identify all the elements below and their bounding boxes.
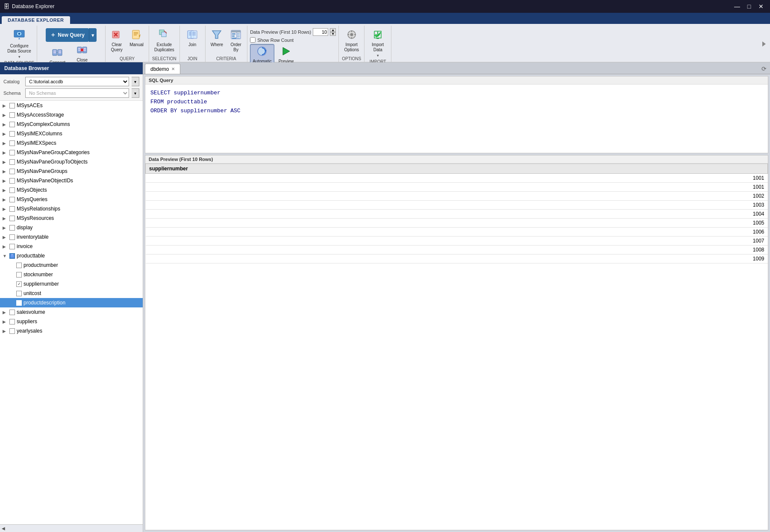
catalog-select[interactable]: C:\tutorial.accdb — [25, 77, 129, 86]
preview-size-input[interactable] — [313, 28, 328, 36]
checkbox-msysnavpanegroupcategories[interactable] — [9, 150, 15, 155]
spinner-down[interactable]: ▼ — [330, 32, 336, 36]
expander-inventorytable: ▶ — [3, 235, 9, 240]
tree-item-msysnavpaneobjectids[interactable]: ▶ MSysNavPaneObjectIDs — [0, 176, 143, 185]
checkbox-suppliernumber[interactable] — [16, 281, 22, 287]
tree-item-msysimexcolumns[interactable]: ▶ MSysIMEXColumns — [0, 129, 143, 138]
svg-rect-42 — [237, 33, 240, 35]
preview-size-label: Data Preview (First 10 Rows) — [250, 29, 311, 35]
ribbon-group-join: Join JOIN — [180, 26, 206, 62]
tree-item-display[interactable]: ▶ display — [0, 223, 143, 232]
expander-yearlysales: ▶ — [3, 329, 9, 333]
close-button[interactable]: ✕ — [755, 2, 767, 11]
tab-refresh-button[interactable]: ⟳ — [760, 64, 768, 74]
checkbox-productnumber[interactable] — [16, 263, 22, 268]
tree-item-productnumber[interactable]: productnumber — [0, 260, 143, 270]
configure-dropdown-icon[interactable]: ▾ — [18, 55, 21, 59]
checkbox-producttable[interactable] — [9, 253, 15, 259]
table-cell: 1007 — [146, 237, 768, 246]
new-query-dropdown[interactable]: ▾ — [89, 28, 97, 42]
tree-item-suppliernumber[interactable]: suppliernumber — [0, 279, 143, 289]
tree-item-inventorytable[interactable]: ▶ inventorytable — [0, 232, 143, 242]
order-by-icon — [230, 29, 241, 41]
ribbon-scroll-indicator[interactable] — [760, 26, 768, 62]
import-data-button[interactable]: ImportData ▾ — [367, 27, 388, 59]
label-msysnavpanegroupcategories: MSysNavPaneGroupCategories — [17, 149, 90, 155]
where-button[interactable]: Where — [208, 27, 226, 49]
tree-item-msysresources[interactable]: ▶ MSysResources — [0, 213, 143, 223]
order-by-button[interactable]: OrderBy — [227, 27, 244, 54]
clear-query-button[interactable]: ClearQuery — [108, 27, 125, 54]
checkbox-msysresources[interactable] — [9, 216, 15, 221]
checkbox-inventorytable[interactable] — [9, 234, 15, 240]
checkbox-msysrelationships[interactable] — [9, 206, 15, 212]
tree-item-msysobjects[interactable]: ▶ MSysObjects — [0, 185, 143, 195]
tree-item-msyscomplexcolumns[interactable]: ▶ MSysComplexColumns — [0, 120, 143, 129]
join-label: JOIN — [182, 56, 203, 62]
title-bar: 🗄 Database Explorer — □ ✕ — [0, 0, 770, 13]
tab-dbdemo-close[interactable]: ✕ — [171, 67, 175, 71]
tree-item-msysnavpanegroupcategories[interactable]: ▶ MSysNavPaneGroupCategories — [0, 148, 143, 157]
checkbox-msysaces[interactable] — [9, 103, 15, 108]
tree-item-msysrelationships[interactable]: ▶ MSysRelationships — [0, 204, 143, 213]
exclude-duplicates-button[interactable]: ExcludeDuplicates — [152, 27, 177, 54]
expander-producttable: ▼ — [3, 254, 9, 258]
tree-item-stocknumber[interactable]: stocknumber — [0, 270, 143, 279]
checkbox-msysqueries[interactable] — [9, 197, 15, 202]
manual-button[interactable]: Manual — [127, 27, 146, 49]
checkbox-display[interactable] — [9, 225, 15, 231]
schema-dropdown-arrow[interactable]: ▾ — [132, 88, 139, 98]
tree-item-unitcost[interactable]: unitcost — [0, 289, 143, 298]
tree-item-msysimexspecs[interactable]: ▶ MSysIMEXSpecs — [0, 138, 143, 148]
data-table-scroll[interactable]: suppliernumber 1001100110021003100410051… — [145, 164, 768, 530]
tree-item-msysaccessstorage[interactable]: ▶ MSysAccessStorage — [0, 110, 143, 120]
join-button[interactable]: Join — [184, 27, 201, 49]
import-options-button[interactable]: ImportOptions — [341, 27, 361, 54]
table-cell: 1009 — [146, 254, 768, 263]
schema-select[interactable]: No Schemas — [25, 88, 129, 98]
tree-item-salesvolume[interactable]: ▶ salesvolume — [0, 307, 143, 317]
spinner-up[interactable]: ▲ — [330, 28, 336, 32]
tree-item-msysqueries[interactable]: ▶ MSysQueries — [0, 195, 143, 204]
sidebar-scrollbar[interactable]: ◀ — [0, 524, 143, 532]
tree-item-invoice[interactable]: ▶ invoice — [0, 242, 143, 251]
checkbox-suppliers[interactable] — [9, 319, 15, 324]
maximize-button[interactable]: □ — [744, 2, 755, 11]
checkbox-msyscomplexcolumns[interactable] — [9, 122, 15, 127]
scroll-left-arrow[interactable]: ◀ — [2, 526, 5, 531]
tree-item-msysnavpanegrouptoobjects[interactable]: ▶ MSysNavPaneGroupToObjects — [0, 157, 143, 167]
checkbox-stocknumber[interactable] — [16, 272, 22, 278]
new-query-button[interactable]: ＋ New Query — [46, 28, 89, 42]
tree-item-productdescription[interactable]: productdescription — [0, 298, 143, 307]
expander-msysnavpanegrouptoobjects: ▶ — [3, 160, 9, 164]
show-row-count-checkbox[interactable] — [250, 37, 256, 43]
minimize-button[interactable]: — — [732, 2, 743, 11]
menu-tab-database-explorer[interactable]: DATABASE EXPLORER — [2, 16, 70, 24]
tree-item-suppliers[interactable]: ▶ suppliers — [0, 317, 143, 326]
checkbox-yearlysales[interactable] — [9, 328, 15, 334]
checkbox-productdescription[interactable] — [16, 300, 22, 306]
import-data-dropdown-icon[interactable]: ▾ — [377, 53, 379, 58]
tree-item-msysaces[interactable]: ▶ MSysACEs — [0, 101, 143, 110]
checkbox-unitcost[interactable] — [16, 291, 22, 296]
tree-item-msysnavpanegroups[interactable]: ▶ MSysNavPaneGroups — [0, 167, 143, 176]
configure-datasource-button[interactable]: ConfigureData Source ▾ — [5, 27, 34, 61]
tree-item-producttable[interactable]: ▼ producttable — [0, 251, 143, 260]
checkbox-msysnavpaneobjectids[interactable] — [9, 178, 15, 184]
tab-dbdemo[interactable]: dbdemo ✕ — [145, 64, 180, 74]
checkbox-msysobjects[interactable] — [9, 187, 15, 193]
expander-suppliers: ▶ — [3, 319, 9, 324]
checkbox-msysnavpanegroups[interactable] — [9, 169, 15, 174]
svg-rect-8 — [59, 52, 61, 53]
sql-editor[interactable]: SELECT suppliernumber FROM producttable … — [145, 85, 768, 153]
checkbox-msysaccessstorage[interactable] — [9, 112, 15, 118]
checkbox-invoice[interactable] — [9, 244, 15, 249]
tree-item-yearlysales[interactable]: ▶ yearlysales — [0, 326, 143, 336]
catalog-dropdown-arrow[interactable]: ▾ — [132, 77, 139, 86]
checkbox-msysnavpanegrouptoobjects[interactable] — [9, 159, 15, 165]
checkbox-salesvolume[interactable] — [9, 310, 15, 315]
table-cell: 1005 — [146, 219, 768, 228]
manual-icon — [131, 29, 142, 41]
checkbox-msysimexcolumns[interactable] — [9, 131, 15, 137]
checkbox-msysimexspecs[interactable] — [9, 140, 15, 146]
